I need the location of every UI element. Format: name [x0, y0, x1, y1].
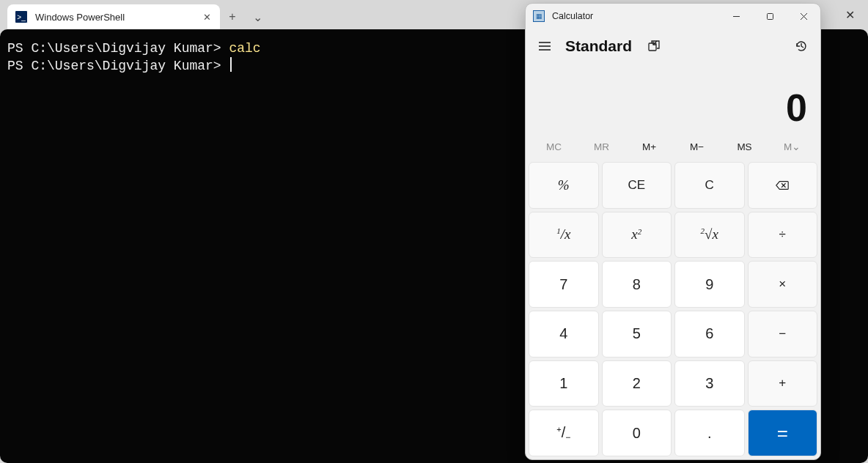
- mode-title: Standard: [565, 37, 632, 55]
- key-1[interactable]: 1: [529, 360, 599, 407]
- memory-recall[interactable]: MR: [578, 141, 625, 152]
- key-add[interactable]: +: [748, 360, 818, 407]
- menu-button[interactable]: [534, 36, 555, 56]
- terminal-cursor: [230, 57, 232, 72]
- history-button[interactable]: [791, 36, 812, 56]
- new-tab-button[interactable]: +: [220, 4, 245, 29]
- calculator-app-icon: ▦: [533, 10, 545, 22]
- close-button[interactable]: [787, 4, 820, 29]
- memory-add[interactable]: M+: [625, 141, 673, 152]
- memory-clear[interactable]: MC: [530, 141, 578, 152]
- calculator-titlebar[interactable]: ▦ Calculator: [526, 4, 820, 29]
- key-percent[interactable]: %: [529, 162, 599, 209]
- minimize-button[interactable]: [719, 4, 753, 29]
- key-0[interactable]: 0: [602, 410, 672, 456]
- key-square[interactable]: x2: [602, 212, 672, 259]
- tab-title: Windows PowerShell: [35, 12, 194, 23]
- powershell-icon: >_: [15, 10, 28, 23]
- maximize-button[interactable]: [753, 4, 787, 29]
- memory-list[interactable]: M⌄: [768, 141, 816, 152]
- tab-dropdown-button[interactable]: ⌄: [245, 4, 270, 29]
- keypad: % CE C 1/x x2 2√x ÷ 7 8 9 × 4 5 6 − 1 2 …: [526, 159, 820, 459]
- key-5[interactable]: 5: [602, 311, 672, 358]
- tab-close-button[interactable]: ✕: [201, 12, 213, 23]
- svg-rect-1: [767, 13, 773, 19]
- key-backspace[interactable]: [748, 162, 818, 209]
- key-negate[interactable]: +/−: [529, 410, 599, 456]
- key-clear[interactable]: C: [674, 162, 745, 209]
- terminal-tab-powershell[interactable]: >_ Windows PowerShell ✕: [7, 4, 220, 29]
- key-multiply[interactable]: ×: [748, 261, 818, 308]
- key-sqrt[interactable]: 2√x: [674, 212, 745, 259]
- calculator-display: 0: [526, 64, 820, 134]
- memory-row: MC MR M+ M− MS M⌄: [526, 134, 820, 159]
- key-decimal[interactable]: .: [674, 410, 745, 456]
- key-3[interactable]: 3: [674, 360, 745, 407]
- key-divide[interactable]: ÷: [748, 212, 818, 259]
- key-2[interactable]: 2: [602, 360, 672, 407]
- key-4[interactable]: 4: [529, 311, 599, 358]
- key-equals[interactable]: =: [748, 410, 818, 456]
- memory-store[interactable]: MS: [721, 141, 768, 152]
- calculator-app-title: Calculator: [552, 11, 593, 21]
- keep-on-top-button[interactable]: [644, 36, 664, 56]
- key-reciprocal[interactable]: 1/x: [529, 212, 599, 259]
- key-subtract[interactable]: −: [748, 311, 818, 358]
- key-6[interactable]: 6: [674, 311, 745, 358]
- calculator-header: Standard: [526, 29, 820, 64]
- window-close-button[interactable]: ✕: [831, 0, 868, 29]
- key-8[interactable]: 8: [602, 261, 672, 308]
- memory-subtract[interactable]: M−: [673, 141, 721, 152]
- key-7[interactable]: 7: [529, 261, 599, 308]
- key-9[interactable]: 9: [674, 261, 745, 308]
- calculator-window: ▦ Calculator Standard: [525, 3, 821, 460]
- key-clear-entry[interactable]: CE: [602, 162, 672, 209]
